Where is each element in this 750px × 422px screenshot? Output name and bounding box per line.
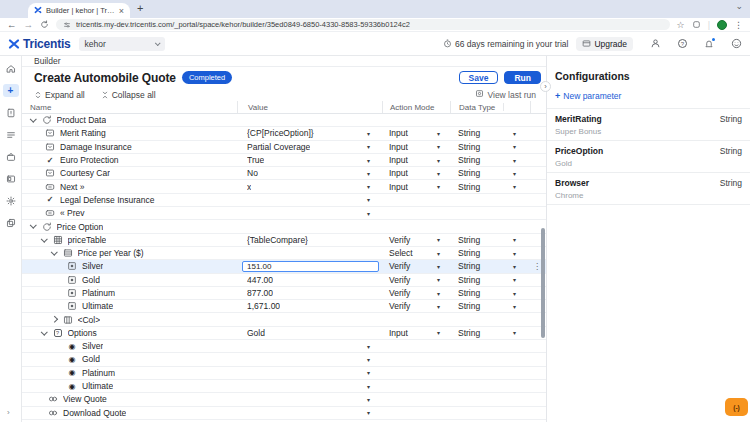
step-row[interactable]: priceTable{TableCompare}Verify▾String▾ [22,234,546,247]
feedback-widget[interactable]: (-) [725,398,748,416]
step-row[interactable]: <Col> [22,313,546,326]
step-row[interactable]: Price per Year ($)Select▾String▾ [22,247,546,260]
data-type-value[interactable]: String [458,155,480,165]
action-mode-value[interactable]: Verify [389,261,410,271]
action-mode-caret-icon[interactable]: ▾ [437,250,440,257]
tree-collapse-icon[interactable] [51,249,57,255]
data-type-value[interactable]: String [458,328,480,338]
site-info-icon[interactable] [63,21,71,29]
data-type-value[interactable]: String [458,182,480,192]
data-type-value[interactable]: String [458,142,480,152]
value-dropdown-caret-icon[interactable]: ▾ [367,170,370,177]
action-mode-value[interactable]: Verify [389,288,410,298]
step-row[interactable]: Next »x▾Input▾String▾ [22,180,546,193]
value-text[interactable]: Gold [247,328,265,338]
help-icon[interactable]: ? [678,39,687,48]
value-text[interactable]: {TableCompare} [247,235,308,245]
value-dropdown-caret-icon[interactable]: ▾ [367,130,370,137]
data-type-caret-icon[interactable]: ▾ [513,329,516,336]
action-mode-caret-icon[interactable]: ▾ [437,276,440,283]
action-mode-value[interactable]: Verify [389,235,410,245]
parameter-row[interactable]: MeritRatingStringSuper Bonus [547,108,750,140]
value-dropdown-caret-icon[interactable]: ▾ [367,356,370,363]
tree-collapse-icon[interactable] [41,328,47,334]
step-row[interactable]: ◉Gold▾ [22,353,546,366]
value-input[interactable]: 151.00 [242,261,379,272]
sidebar-item-document-alert[interactable] [3,106,19,119]
step-row[interactable]: ◉Ultimate▾ [22,380,546,393]
address-bar[interactable]: tricentis.my-dev.tricentis.com/_portal/s… [56,19,670,30]
value-text[interactable]: True [247,155,264,165]
step-row[interactable]: Silver151.00Verify▾String▾⋮ [22,260,546,273]
step-row[interactable]: Merit Rating{CP[PriceOption]}▾Input▾Stri… [22,127,546,140]
action-mode-value[interactable]: Input [389,155,408,165]
value-dropdown-caret-icon[interactable]: ▾ [367,369,370,376]
data-type-caret-icon[interactable]: ▾ [513,183,516,190]
data-type-caret-icon[interactable]: ▾ [513,170,516,177]
action-mode-value[interactable]: Input [389,142,408,152]
data-type-value[interactable]: String [458,288,480,298]
action-mode-caret-icon[interactable]: ▾ [437,263,440,270]
step-row[interactable]: Courtesy CarNo▾Input▾String▾ [22,167,546,180]
action-mode-value[interactable]: Input [389,168,408,178]
data-type-value[interactable]: String [458,248,480,258]
sidebar-item-list[interactable] [3,128,19,141]
tree-collapse-icon[interactable] [30,116,36,122]
action-mode-value[interactable]: Verify [389,301,410,311]
action-mode-value[interactable]: Input [389,328,408,338]
extensions-icon[interactable] [692,20,701,29]
browser-menu-icon[interactable]: ⋮ [734,20,743,30]
action-mode-value[interactable]: Verify [389,275,410,285]
data-type-value[interactable]: String [458,301,480,311]
value-dropdown-caret-icon[interactable]: ▾ [367,157,370,164]
sidebar-item-stack[interactable] [3,216,19,229]
action-mode-caret-icon[interactable]: ▾ [437,236,440,243]
panel-collapse-button[interactable]: › [540,81,551,92]
data-type-value[interactable]: String [458,261,480,271]
scrollbar-thumb[interactable] [541,228,545,338]
sidebar-item-panel[interactable] [3,172,19,185]
new-parameter-button[interactable]: + New parameter [555,91,742,101]
data-type-caret-icon[interactable]: ▾ [513,276,516,283]
reload-icon[interactable] [40,20,49,29]
parameter-row[interactable]: BrowserStringChrome [547,172,750,205]
value-dropdown-caret-icon[interactable]: ▾ [367,396,370,403]
bookmark-star-icon[interactable]: ☆ [677,20,685,30]
action-mode-value[interactable]: Select [389,248,413,258]
upgrade-button[interactable]: Upgrade [576,37,633,51]
value-dropdown-caret-icon[interactable]: ▾ [367,343,370,350]
run-button[interactable]: Run [504,71,541,84]
new-tab-button[interactable]: + [137,2,143,14]
action-mode-caret-icon[interactable]: ▾ [437,170,440,177]
value-text[interactable]: 447.00 [247,275,273,285]
forward-icon[interactable]: → [24,20,34,30]
sidebar-item-briefcase[interactable] [3,150,19,163]
browser-tab[interactable]: Builder | kehor | Tricentis Tos × [28,3,130,18]
tree-collapse-icon[interactable] [41,235,47,241]
step-row[interactable]: « Prev▾ [22,207,546,220]
data-type-caret-icon[interactable]: ▾ [513,143,516,150]
account-smiley-icon[interactable] [731,38,742,49]
step-row[interactable]: Platinum877.00Verify▾String▾ [22,287,546,300]
step-row[interactable]: ◉Silver▾ [22,340,546,353]
back-icon[interactable]: ← [7,20,17,30]
breadcrumb[interactable]: Builder [22,56,546,67]
save-button[interactable]: Save [459,71,499,84]
value-dropdown-caret-icon[interactable]: ▾ [367,383,370,390]
action-mode-caret-icon[interactable]: ▾ [437,303,440,310]
invite-users-icon[interactable] [650,38,661,49]
workspace-select[interactable]: kehor [79,37,165,51]
value-dropdown-caret-icon[interactable]: ▾ [367,196,370,203]
data-type-value[interactable]: String [458,235,480,245]
action-mode-caret-icon[interactable]: ▾ [437,290,440,297]
action-mode-caret-icon[interactable]: ▾ [437,130,440,137]
data-type-caret-icon[interactable]: ▾ [513,290,516,297]
data-type-value[interactable]: String [458,275,480,285]
value-dropdown-caret-icon[interactable]: ▾ [367,409,370,416]
row-kebab-menu-icon[interactable]: ⋮ [533,262,541,271]
tab-strip-chevron-icon[interactable]: ⌄ [735,1,743,11]
data-type-caret-icon[interactable]: ▾ [513,236,516,243]
step-row[interactable]: ?OptionsGoldInput▾String▾ [22,327,546,340]
sidebar-item-gear[interactable] [3,194,19,207]
data-type-caret-icon[interactable]: ▾ [513,157,516,164]
